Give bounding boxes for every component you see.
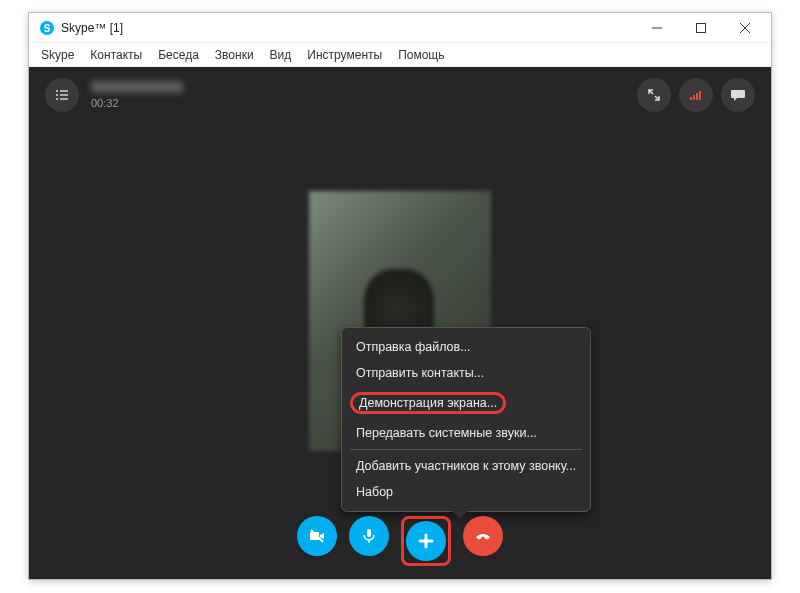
hangup-icon (473, 526, 493, 546)
menu-skype[interactable]: Skype (33, 46, 82, 64)
svg-rect-20 (367, 529, 371, 537)
caller-name (91, 81, 183, 93)
svg-rect-11 (60, 98, 68, 99)
svg-rect-14 (690, 97, 692, 100)
chat-button[interactable] (721, 78, 755, 112)
chat-icon (730, 87, 746, 103)
menu-contacts[interactable]: Контакты (82, 46, 150, 64)
caller-info: 00:32 (91, 81, 183, 109)
svg-rect-9 (60, 94, 68, 95)
plus-icon (416, 531, 436, 551)
popup-system-sounds[interactable]: Передавать системные звуки... (342, 420, 590, 446)
menu-view[interactable]: Вид (262, 46, 300, 64)
mic-icon (359, 526, 379, 546)
minimize-button[interactable] (635, 13, 679, 43)
svg-point-8 (56, 94, 58, 96)
call-area: 00:32 Отправка файлов... Отправить конта… (29, 67, 771, 579)
svg-text:S: S (44, 23, 51, 34)
popup-separator (350, 449, 582, 450)
window-controls (635, 13, 767, 43)
signal-icon (688, 87, 704, 103)
signal-button[interactable] (679, 78, 713, 112)
svg-rect-7 (60, 90, 68, 91)
camera-off-icon (307, 526, 327, 546)
menu-calls[interactable]: Звонки (207, 46, 262, 64)
call-list-button[interactable] (45, 78, 79, 112)
svg-rect-17 (699, 91, 701, 100)
close-button[interactable] (723, 13, 767, 43)
hangup-button[interactable] (463, 516, 503, 556)
svg-rect-15 (693, 95, 695, 100)
svg-point-10 (56, 98, 58, 100)
mic-toggle-button[interactable] (349, 516, 389, 556)
list-icon (54, 87, 70, 103)
call-top-overlay: 00:32 (29, 67, 771, 123)
call-timer: 00:32 (91, 97, 183, 109)
camera-toggle-button[interactable] (297, 516, 337, 556)
highlight-marker (401, 516, 451, 566)
popup-send-files[interactable]: Отправка файлов... (342, 334, 590, 360)
menu-tools[interactable]: Инструменты (299, 46, 390, 64)
menu-help[interactable]: Помощь (390, 46, 452, 64)
popup-share-screen[interactable]: Демонстрация экрана... (342, 386, 590, 420)
svg-point-6 (56, 90, 58, 92)
plus-popup-menu: Отправка файлов... Отправить контакты...… (341, 327, 591, 512)
svg-rect-3 (697, 23, 706, 32)
popup-dialpad[interactable]: Набор (342, 479, 590, 505)
svg-rect-16 (696, 93, 698, 100)
highlight-marker: Демонстрация экрана... (350, 392, 506, 414)
add-actions-button[interactable] (406, 521, 446, 561)
menubar: Skype Контакты Беседа Звонки Вид Инструм… (29, 43, 771, 67)
fullscreen-icon (646, 87, 662, 103)
popup-send-contacts[interactable]: Отправить контакты... (342, 360, 590, 386)
maximize-button[interactable] (679, 13, 723, 43)
skype-logo-icon: S (39, 20, 55, 36)
titlebar: S Skype™ [1] (29, 13, 771, 43)
window-title: Skype™ [1] (61, 21, 635, 35)
call-bottom-controls (29, 516, 771, 566)
menu-conversation[interactable]: Беседа (150, 46, 207, 64)
fullscreen-button[interactable] (637, 78, 671, 112)
app-window: S Skype™ [1] Skype Контакты Беседа Звонк… (28, 12, 772, 580)
popup-add-participants[interactable]: Добавить участников к этому звонку... (342, 453, 590, 479)
